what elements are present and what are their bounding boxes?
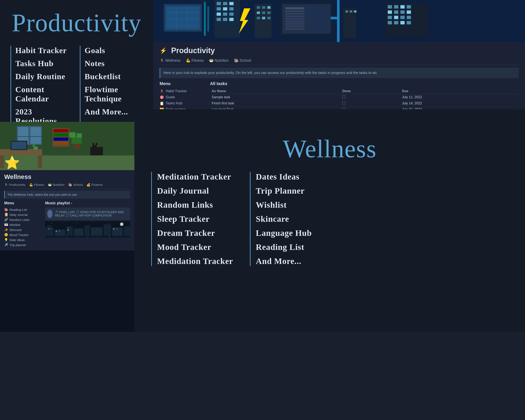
feature-tasks-hub: Tasks Hub — [15, 59, 67, 68]
menu-date-ideas[interactable]: 💡Date Ideas — [4, 237, 42, 242]
top-section: Productivity Habit Tracker Tasks Hub Dai… — [0, 0, 525, 109]
feature-flowtime: Flowtime Technique — [85, 85, 143, 103]
wellness-app-nav: 🏃 Productivity 💪 Fitness 🥗 Nutrition 📚 S… — [4, 183, 130, 189]
pixel-art-office-scene — [153, 0, 525, 42]
app-page-title: Productivity — [171, 46, 215, 55]
wellness-dream-tracker: Dream Tracker — [157, 228, 233, 238]
wellness-mood-tracker: Mood Tracker — [157, 242, 233, 252]
svg-point-100 — [77, 223, 77, 223]
svg-rect-82 — [69, 132, 75, 138]
col-due: Due — [400, 88, 519, 94]
svg-rect-64 — [401, 16, 405, 19]
svg-rect-38 — [285, 10, 304, 12]
menu-mood-tracker[interactable]: 😊Mood Tracker — [4, 232, 42, 237]
menu-trip-planner[interactable]: ✈️Trip planner — [4, 242, 42, 247]
wellness-nav-finance[interactable]: 💰 Finance — [86, 183, 103, 187]
nav-nutrition[interactable]: 🥗Nutrition — [209, 58, 229, 63]
task-done-1[interactable] — [341, 94, 400, 100]
svg-rect-26 — [262, 6, 265, 9]
pixel-art-room-scene: ⭐ — [0, 122, 134, 170]
task-done-3[interactable] — [341, 106, 400, 109]
svg-rect-59 — [394, 10, 398, 14]
svg-rect-52 — [354, 10, 356, 13]
menu-item-habit[interactable]: 🏃Habit Tracker — [159, 88, 206, 94]
svg-point-122 — [120, 223, 123, 226]
music-track-info: 🎵 PIXEL LOFI 🎵 SONG FOR STUDY/SLEEP AND … — [55, 210, 128, 217]
svg-rect-41 — [285, 18, 304, 20]
feature-and-more: And More... — [85, 107, 143, 116]
productivity-description-panel: Productivity Habit Tracker Tasks Hub Dai… — [0, 0, 153, 109]
wellness-description-panel: Wellness Meditation Tracker Daily Journa… — [134, 122, 525, 332]
svg-rect-14 — [217, 7, 221, 10]
svg-rect-126 — [109, 235, 109, 238]
svg-rect-15 — [223, 7, 227, 10]
wellness-dates-ideas: Dates Ideas — [256, 172, 312, 182]
svg-rect-119 — [67, 230, 69, 231]
menu-item-tasks[interactable]: 📋Tasks Hub — [159, 100, 206, 106]
svg-rect-44 — [285, 26, 304, 27]
menu-item-goals[interactable]: 🎯Goals — [159, 94, 206, 100]
wellness-nav-school[interactable]: 📚 School — [68, 183, 83, 187]
menu-skincare[interactable]: ✨Skincare — [4, 227, 42, 232]
svg-rect-17 — [217, 13, 221, 16]
feature-bucketlist: Bucketlist — [85, 72, 143, 81]
svg-rect-12 — [223, 2, 227, 5]
svg-rect-56 — [401, 5, 405, 9]
svg-rect-32 — [262, 17, 265, 19]
svg-rect-115 — [50, 228, 52, 230]
svg-rect-68 — [401, 21, 405, 24]
wellness-reading-list: Reading List — [256, 242, 312, 252]
svg-rect-117 — [59, 231, 60, 232]
wellness-app-title: Wellness — [4, 173, 130, 180]
svg-rect-29 — [262, 11, 265, 14]
svg-rect-85 — [92, 145, 97, 149]
svg-rect-88 — [0, 155, 134, 170]
wellness-trip-planner: Trip Planner — [256, 186, 312, 196]
bottom-section: ⭐ Wellness 🏃 Productivity 💪 Fitness 🥗 Nu… — [0, 122, 525, 332]
svg-rect-18 — [223, 13, 227, 16]
svg-rect-54 — [388, 5, 392, 9]
nav-school[interactable]: 📚School — [234, 58, 251, 63]
menu-wishlist[interactable]: 💌Wishlist — [4, 222, 42, 227]
svg-rect-49 — [343, 8, 356, 38]
features-col1: Habit Tracker Tasks Hub Daily Routine Co… — [10, 46, 67, 126]
feature-habit-tracker: Habit Tracker — [15, 46, 67, 55]
menu-reading-list[interactable]: 📚Reading List — [4, 207, 42, 212]
svg-rect-63 — [394, 16, 398, 19]
col-name: As Name — [210, 88, 341, 94]
svg-rect-118 — [67, 227, 69, 228]
nav-fitness[interactable]: 💪Fitness — [186, 58, 204, 63]
menu-random-links[interactable]: 🔗Random Links — [4, 217, 42, 222]
music-player[interactable]: 🎵 🎵 PIXEL LOFI 🎵 SONG FOR STUDY/SLEEP AN… — [45, 207, 130, 220]
svg-rect-9 — [207, 6, 209, 32]
task-done-2[interactable] — [341, 100, 400, 106]
wellness-nav-fitness[interactable]: 💪 Fitness — [29, 183, 44, 187]
svg-rect-42 — [285, 21, 304, 22]
menu-item-daily[interactable]: 💛Daily routine — [159, 106, 206, 109]
wellness-skincare: Skincare — [256, 214, 312, 224]
music-avatar: 🎵 — [47, 210, 53, 218]
wellness-col2: Dates Ideas Trip Planner Wishlist Skinca… — [250, 172, 312, 266]
tasks-table: As Name Done Due Sample task July 11, 20… — [210, 88, 519, 109]
col-done: Done — [341, 88, 400, 94]
wellness-nav-nutrition[interactable]: 🥗 Nutrition — [48, 183, 65, 187]
wellness-language-hub: Language Hub — [256, 228, 312, 238]
nav-wellness[interactable]: 🏃Wellness — [159, 58, 181, 63]
svg-point-101 — [92, 222, 92, 222]
svg-rect-21 — [223, 18, 227, 21]
svg-rect-124 — [66, 235, 67, 238]
svg-rect-121 — [116, 228, 118, 230]
wellness-app-ui: Wellness 🏃 Productivity 💪 Fitness 🥗 Nutr… — [0, 170, 134, 251]
svg-rect-93 — [11, 142, 26, 149]
productivity-app-screenshot: ⚡ Productivity 🏃Wellness 💪Fitness 🥗Nutri… — [153, 0, 525, 109]
svg-point-102 — [109, 224, 109, 224]
svg-rect-120 — [113, 228, 114, 230]
wellness-nav-productivity[interactable]: 🏃 Productivity — [4, 183, 25, 187]
app-menu: Menu 🏃Habit Tracker 🎯Goals 📋Tasks Hub 💛D… — [159, 81, 206, 109]
svg-rect-22 — [229, 18, 234, 21]
menu-daily-journal[interactable]: 📔Daily Journal — [4, 212, 42, 217]
svg-rect-28 — [257, 11, 260, 14]
svg-rect-31 — [257, 17, 260, 19]
svg-rect-60 — [401, 10, 405, 14]
svg-rect-125 — [88, 235, 88, 238]
